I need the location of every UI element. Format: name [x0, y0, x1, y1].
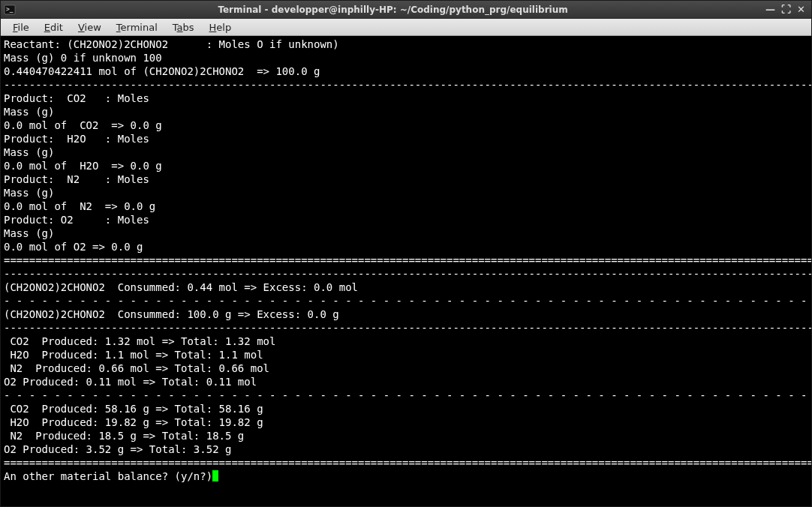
- terminal-line: Product: CO2 : Moles: [4, 92, 808, 105]
- menu-edit-rest: dit: [50, 22, 63, 33]
- menu-tabs-rest: bs: [183, 22, 194, 33]
- minimize-button[interactable]: —: [765, 4, 775, 14]
- terminal-line: 0.0 mol of H2O => 0.0 g: [4, 159, 808, 172]
- close-button[interactable]: ✕: [797, 4, 805, 14]
- terminal-line: ========================================…: [4, 456, 808, 470]
- terminal-line: O2 Produced: 0.11 mol => Total: 0.11 mol: [4, 375, 808, 388]
- terminal-line: Product: N2 : Moles: [4, 172, 808, 186]
- maximize-button[interactable]: ⛶: [781, 4, 791, 14]
- terminal-line: N2 Produced: 0.66 mol => Total: 0.66 mol: [4, 362, 808, 375]
- menu-help[interactable]: Help: [202, 20, 239, 34]
- terminal-line: (CH2ONO2)2CHONO2 Consummed: 0.44 mol => …: [4, 280, 808, 294]
- menu-terminal[interactable]: Terminal: [109, 20, 165, 34]
- menu-help-rest: elp: [216, 22, 231, 33]
- menu-edit[interactable]: Edit: [37, 20, 71, 34]
- svg-text:>_: >_: [6, 6, 14, 13]
- terminal-line: Mass (g): [4, 146, 808, 159]
- menu-tabs[interactable]: Tabs: [165, 20, 202, 34]
- menu-view-rest: iew: [85, 22, 101, 33]
- terminal-line: - - - - - - - - - - - - - - - - - - - - …: [4, 294, 808, 308]
- menu-terminal-rest: erminal: [121, 22, 158, 33]
- terminal-line: CO2 Produced: 58.16 g => Total: 58.16 g: [4, 402, 808, 416]
- terminal-line: Mass (g): [4, 186, 808, 200]
- terminal-line: ----------------------------------------…: [4, 267, 808, 280]
- terminal-window: >_ Terminal - developper@inphilly-HP: ~/…: [0, 0, 812, 507]
- terminal-line: N2 Produced: 18.5 g => Total: 18.5 g: [4, 429, 808, 442]
- terminal-line: O2 Produced: 3.52 g => Total: 3.52 g: [4, 442, 808, 456]
- window-controls: — ⛶ ✕: [765, 4, 808, 14]
- cursor: [212, 470, 218, 482]
- terminal-line: Reactant: (CH2ONO2)2CHONO2 : Moles O if …: [4, 38, 808, 51]
- terminal-line: 0.0 mol of N2 => 0.0 g: [4, 200, 808, 213]
- terminal-line: ----------------------------------------…: [4, 321, 808, 334]
- menu-file[interactable]: File: [5, 20, 37, 34]
- terminal-line: ========================================…: [4, 254, 808, 267]
- terminal-line: 0.0 mol of O2 => 0.0 g: [4, 240, 808, 254]
- terminal-line: Mass (g): [4, 105, 808, 118]
- menu-file-rest: ile: [18, 22, 29, 33]
- terminal-app-icon: >_: [4, 4, 16, 16]
- terminal-line: H2O Produced: 1.1 mol => Total: 1.1 mol: [4, 348, 808, 362]
- terminal-line: 0.0 mol of CO2 => 0.0 g: [4, 118, 808, 132]
- menubar: File Edit View Terminal Tabs Help: [1, 19, 811, 36]
- terminal-line: ----------------------------------------…: [4, 78, 808, 92]
- titlebar[interactable]: >_ Terminal - developper@inphilly-HP: ~/…: [1, 1, 811, 19]
- terminal-line: - - - - - - - - - - - - - - - - - - - - …: [4, 388, 808, 402]
- window-title: Terminal - developper@inphilly-HP: ~/Cod…: [20, 4, 765, 15]
- terminal-line: H2O Produced: 19.82 g => Total: 19.82 g: [4, 416, 808, 429]
- terminal-prompt-line: An other material balance? (y/n?): [4, 470, 808, 483]
- menu-view[interactable]: View: [71, 20, 109, 34]
- terminal-body[interactable]: Reactant: (CH2ONO2)2CHONO2 : Moles O if …: [1, 36, 811, 506]
- terminal-line: (CH2ONO2)2CHONO2 Consummed: 100.0 g => E…: [4, 308, 808, 321]
- terminal-line: Mass (g): [4, 226, 808, 240]
- terminal-line: 0.440470422411 mol of (CH2ONO2)2CHONO2 =…: [4, 64, 808, 78]
- terminal-line: Product: H2O : Moles: [4, 132, 808, 146]
- terminal-line: Product: O2 : Moles: [4, 213, 808, 226]
- terminal-line: Mass (g) 0 if unknown 100: [4, 51, 808, 64]
- terminal-line: CO2 Produced: 1.32 mol => Total: 1.32 mo…: [4, 334, 808, 348]
